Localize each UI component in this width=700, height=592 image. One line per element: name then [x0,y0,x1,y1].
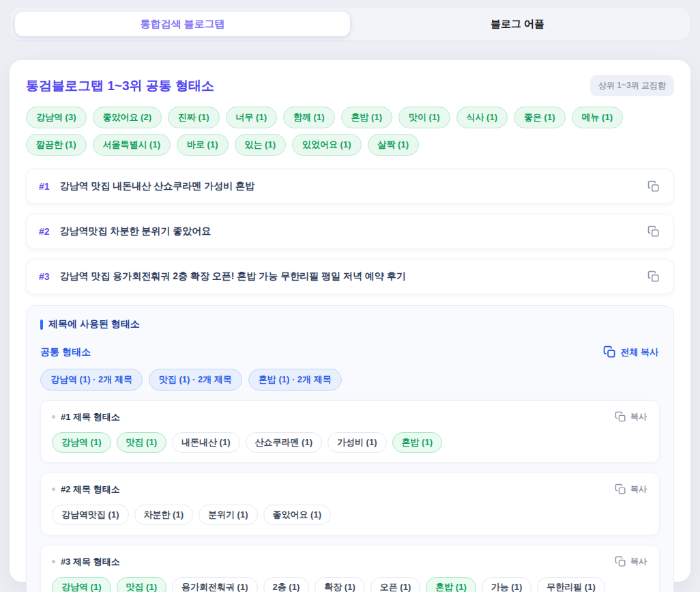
page-title: 통검블로그탭 1~3위 공통 형태소 [26,77,214,95]
morpheme-pill: 서울특별시 (1) [93,134,171,156]
rank-number: #2 [39,226,50,237]
common-title-tag: 강남역 (1) · 2개 제목 [40,369,143,391]
morpheme-pill: 있는 (1) [235,134,287,156]
morpheme-tag: 강남역 (1) [52,432,111,453]
section-title: 제목에 사용된 형태소 [48,318,140,330]
card-title: #3 제목 형태소 [61,556,613,568]
morpheme-tag: 맛집 (1) [117,577,167,592]
morpheme-tag: 분위기 (1) [199,505,258,525]
morpheme-tag: 오픈 (1) [370,577,421,592]
morpheme-pill: 살짝 (1) [368,134,420,156]
copy-label: 복사 [630,411,647,423]
copy-all-button[interactable]: 전체 복사 [602,344,660,360]
title-morpheme-card-3: #3 제목 형태소 복사 강남역 (1) 맛집 (1) 용가회전훠궈 (1) 2 [40,545,660,592]
common-title-tag: 맛집 (1) · 2개 제목 [149,369,242,391]
section-accent-bar [40,320,43,330]
morpheme-pill: 깔끔한 (1) [26,134,87,156]
card-title: #1 제목 형태소 [61,411,613,423]
common-morpheme-label: 공통 형태소 [40,346,91,358]
morpheme-pill: 있었어요 (1) [292,134,362,156]
ranking-list: #1 강남역 맛집 내돈내산 산쇼쿠라멘 가성비 혼밥 #2 강남역맛집 차분한… [26,169,674,294]
morpheme-tag: 맛집 (1) [117,432,167,453]
top-tab-bar: 통합검색 블로그탭 블로그 어플 [10,7,690,41]
copy-icon [647,270,660,283]
morpheme-tag: 혼밥 (1) [392,432,443,453]
copy-icon [615,411,626,423]
main-panel: 통검블로그탭 1~3위 공통 형태소 상위 1~3위 교집합 강남역 (3) 좋… [10,60,690,582]
common-title-tag: 혼밥 (1) · 2개 제목 [248,369,342,391]
copy-button[interactable] [646,269,661,284]
title-morpheme-card-1: #1 제목 형태소 복사 강남역 (1) 맛집 (1) 내돈내산 (1) 산쇼쿠 [40,400,660,463]
bullet-icon [52,560,55,563]
copy-button[interactable] [646,179,661,194]
copy-icon [647,225,660,238]
morpheme-pill: 너무 (1) [226,107,278,128]
morpheme-pill: 좋았어요 (2) [93,107,162,128]
morpheme-tag: 가성비 (1) [327,432,387,453]
morpheme-tag: 좋았어요 (1) [263,505,332,525]
rank-item-2: #2 강남역맛집 차분한 분위기 좋았어요 [26,214,674,249]
morpheme-pill: 함께 (1) [283,107,335,128]
copy-label: 복사 [630,556,647,567]
morpheme-tag: 차분한 (1) [134,505,194,525]
morpheme-tag: 강남역 (1) [52,577,111,592]
rank-item-3: #3 강남역 맛집 용가회전훠궈 2층 확장 오픈! 혼밥 가능 무한리필 평일… [26,259,674,294]
morpheme-pill: 맛이 (1) [398,107,450,128]
tab-integrated-search-blog[interactable]: 통합검색 블로그탭 [15,12,350,36]
morpheme-pill: 좋은 (1) [514,107,566,128]
card-header: #1 제목 형태소 복사 [52,410,648,424]
copy-label: 복사 [630,483,647,495]
bullet-icon [52,415,55,419]
morpheme-tag: 내돈내산 (1) [172,432,240,453]
rank-range-badge: 상위 1~3위 교집합 [590,75,674,96]
morpheme-tag: 산쇼쿠라멘 (1) [246,432,323,453]
copy-all-label: 전체 복사 [620,346,658,358]
morpheme-tag: 강남역맛집 (1) [52,505,129,525]
common-title-tag-list: 강남역 (1) · 2개 제목 맛집 (1) · 2개 제목 혼밥 (1) · … [40,369,660,391]
morpheme-tag: 가능 (1) [482,577,532,592]
morpheme-tag: 무한리필 (1) [537,577,605,592]
rank-item-1: #1 강남역 맛집 내돈내산 산쇼쿠라멘 가성비 혼밥 [26,169,674,204]
common-morpheme-pill-list: 강남역 (3) 좋았어요 (2) 진짜 (1) 너무 (1) 함께 (1) 혼밥… [26,107,674,156]
morpheme-tag-list: 강남역맛집 (1) 차분한 (1) 분위기 (1) 좋았어요 (1) [52,505,648,525]
morpheme-tag-list: 강남역 (1) 맛집 (1) 용가회전훠궈 (1) 2층 (1) 확장 (1) … [52,577,648,592]
morpheme-tag: 혼밥 (1) [426,577,476,592]
card-header: #2 제목 형태소 복사 [52,482,648,496]
rank-title: 강남역 맛집 용가회전훠궈 2층 확장 오픈! 혼밥 가능 무한리필 평일 저녁… [60,270,636,283]
morpheme-pill: 메뉴 (1) [572,107,624,128]
rank-number: #1 [39,181,50,192]
rank-number: #3 [39,271,50,282]
morpheme-tag: 2층 (1) [263,577,310,592]
copy-icon [615,556,626,567]
panel-title-row: 통검블로그탭 1~3위 공통 형태소 상위 1~3위 교집합 [26,75,674,96]
card-title: #2 제목 형태소 [61,483,613,496]
morpheme-pill: 진짜 (1) [168,107,220,128]
copy-icon [615,483,626,495]
morpheme-tag: 확장 (1) [315,577,365,592]
copy-icon [647,180,660,193]
morpheme-tag: 용가회전훠궈 (1) [172,577,258,592]
copy-button[interactable]: 복사 [613,410,648,424]
card-header: #3 제목 형태소 복사 [52,554,648,569]
copy-icon [603,346,616,358]
section-header: 제목에 사용된 형태소 [40,318,660,330]
tab-blog-app[interactable]: 블로그 어플 [350,12,685,36]
copy-button[interactable]: 복사 [613,554,648,569]
morpheme-pill: 식사 (1) [456,107,508,128]
rank-title: 강남역맛집 차분한 분위기 좋았어요 [60,225,636,238]
morpheme-pill: 혼밥 (1) [341,107,393,128]
copy-button[interactable]: 복사 [613,482,648,496]
common-morpheme-row: 공통 형태소 전체 복사 [40,344,660,360]
morpheme-pill: 강남역 (3) [26,107,87,128]
morpheme-tag-list: 강남역 (1) 맛집 (1) 내돈내산 (1) 산쇼쿠라멘 (1) 가성비 (1… [52,432,648,453]
title-morpheme-section: 제목에 사용된 형태소 공통 형태소 전체 복사 강남역 (1) · 2개 제목… [26,305,674,592]
bullet-icon [52,488,55,491]
rank-title: 강남역 맛집 내돈내산 산쇼쿠라멘 가성비 혼밥 [60,180,636,193]
copy-button[interactable] [646,224,661,239]
morpheme-pill: 바로 (1) [177,134,229,156]
title-morpheme-card-2: #2 제목 형태소 복사 강남역맛집 (1) 차분한 (1) 분위기 (1) 좋 [40,473,660,535]
